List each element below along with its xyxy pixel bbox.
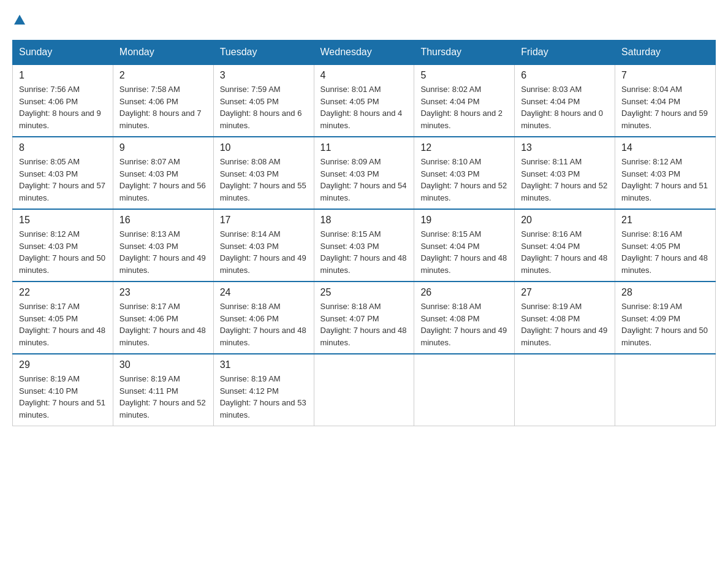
calendar-week-4: 22 Sunrise: 8:17 AM Sunset: 4:05 PM Dayl… — [13, 282, 716, 354]
calendar-cell: 10 Sunrise: 8:08 AM Sunset: 4:03 PM Dayl… — [213, 137, 314, 209]
day-info: Sunrise: 7:59 AM Sunset: 4:05 PM Dayligh… — [220, 83, 308, 131]
day-number: 14 — [621, 142, 709, 153]
day-info: Sunrise: 8:18 AM Sunset: 4:07 PM Dayligh… — [320, 301, 408, 348]
day-number: 8 — [19, 142, 107, 153]
calendar-cell: 17 Sunrise: 8:14 AM Sunset: 4:03 PM Dayl… — [213, 209, 314, 282]
day-info: Sunrise: 8:19 AM Sunset: 4:08 PM Dayligh… — [521, 301, 609, 348]
day-info: Sunrise: 8:03 AM Sunset: 4:04 PM Dayligh… — [521, 83, 609, 131]
day-info: Sunrise: 8:10 AM Sunset: 4:03 PM Dayligh… — [420, 156, 508, 204]
calendar-cell — [414, 354, 515, 426]
day-number: 25 — [320, 287, 408, 298]
calendar-week-5: 29 Sunrise: 8:19 AM Sunset: 4:10 PM Dayl… — [13, 354, 716, 426]
calendar-cell: 22 Sunrise: 8:17 AM Sunset: 4:05 PM Dayl… — [13, 282, 113, 354]
day-number: 13 — [521, 142, 609, 153]
calendar-header-sunday: Sunday — [13, 40, 113, 65]
day-info: Sunrise: 8:17 AM Sunset: 4:06 PM Dayligh… — [119, 301, 207, 348]
day-info: Sunrise: 8:04 AM Sunset: 4:04 PM Dayligh… — [621, 83, 709, 131]
calendar-week-1: 1 Sunrise: 7:56 AM Sunset: 4:06 PM Dayli… — [13, 64, 716, 137]
day-number: 3 — [220, 70, 308, 81]
calendar-cell: 5 Sunrise: 8:02 AM Sunset: 4:04 PM Dayli… — [414, 64, 515, 137]
calendar-cell: 25 Sunrise: 8:18 AM Sunset: 4:07 PM Dayl… — [314, 282, 414, 354]
day-info: Sunrise: 8:12 AM Sunset: 4:03 PM Dayligh… — [19, 228, 107, 276]
calendar-cell: 12 Sunrise: 8:10 AM Sunset: 4:03 PM Dayl… — [414, 137, 515, 209]
calendar-cell: 11 Sunrise: 8:09 AM Sunset: 4:03 PM Dayl… — [314, 137, 414, 209]
day-info: Sunrise: 8:13 AM Sunset: 4:03 PM Dayligh… — [119, 228, 207, 276]
calendar-cell: 14 Sunrise: 8:12 AM Sunset: 4:03 PM Dayl… — [615, 137, 716, 209]
day-number: 10 — [220, 142, 308, 153]
day-number: 16 — [119, 215, 207, 226]
day-number: 6 — [521, 70, 609, 81]
day-info: Sunrise: 8:01 AM Sunset: 4:05 PM Dayligh… — [320, 83, 408, 131]
day-info: Sunrise: 8:16 AM Sunset: 4:04 PM Dayligh… — [521, 228, 609, 276]
calendar-cell: 30 Sunrise: 8:19 AM Sunset: 4:11 PM Dayl… — [113, 354, 213, 426]
day-number: 28 — [621, 287, 709, 298]
day-info: Sunrise: 8:17 AM Sunset: 4:05 PM Dayligh… — [19, 301, 107, 348]
day-info: Sunrise: 8:18 AM Sunset: 4:06 PM Dayligh… — [220, 301, 308, 348]
calendar-header-monday: Monday — [113, 40, 213, 65]
calendar-cell: 6 Sunrise: 8:03 AM Sunset: 4:04 PM Dayli… — [515, 64, 615, 137]
day-info: Sunrise: 8:19 AM Sunset: 4:11 PM Dayligh… — [119, 373, 207, 421]
calendar-cell: 7 Sunrise: 8:04 AM Sunset: 4:04 PM Dayli… — [615, 64, 716, 137]
calendar-cell: 19 Sunrise: 8:15 AM Sunset: 4:04 PM Dayl… — [414, 209, 515, 282]
day-number: 19 — [420, 215, 508, 226]
svg-marker-0 — [14, 15, 25, 25]
calendar-header-saturday: Saturday — [615, 40, 716, 65]
day-number: 2 — [119, 70, 207, 81]
day-number: 18 — [320, 215, 408, 226]
day-number: 5 — [420, 70, 508, 81]
calendar-cell: 2 Sunrise: 7:58 AM Sunset: 4:06 PM Dayli… — [113, 64, 213, 137]
day-info: Sunrise: 8:12 AM Sunset: 4:03 PM Dayligh… — [621, 156, 709, 204]
calendar-cell: 26 Sunrise: 8:18 AM Sunset: 4:08 PM Dayl… — [414, 282, 515, 354]
day-info: Sunrise: 8:11 AM Sunset: 4:03 PM Dayligh… — [521, 156, 609, 204]
day-number: 12 — [420, 142, 508, 153]
calendar-week-3: 15 Sunrise: 8:12 AM Sunset: 4:03 PM Dayl… — [13, 209, 716, 282]
day-info: Sunrise: 8:07 AM Sunset: 4:03 PM Dayligh… — [119, 156, 207, 204]
day-number: 29 — [19, 359, 107, 370]
page-header — [12, 12, 716, 28]
day-info: Sunrise: 8:09 AM Sunset: 4:03 PM Dayligh… — [320, 156, 408, 204]
calendar-cell — [314, 354, 414, 426]
calendar-cell: 31 Sunrise: 8:19 AM Sunset: 4:12 PM Dayl… — [213, 354, 314, 426]
day-info: Sunrise: 8:16 AM Sunset: 4:05 PM Dayligh… — [621, 228, 709, 276]
calendar-cell — [515, 354, 615, 426]
calendar-cell: 20 Sunrise: 8:16 AM Sunset: 4:04 PM Dayl… — [515, 209, 615, 282]
day-number: 30 — [119, 359, 207, 370]
day-number: 7 — [621, 70, 709, 81]
day-number: 26 — [420, 287, 508, 298]
day-number: 1 — [19, 70, 107, 81]
calendar-cell: 24 Sunrise: 8:18 AM Sunset: 4:06 PM Dayl… — [213, 282, 314, 354]
day-number: 21 — [621, 215, 709, 226]
day-info: Sunrise: 8:18 AM Sunset: 4:08 PM Dayligh… — [420, 301, 508, 348]
day-info: Sunrise: 8:19 AM Sunset: 4:10 PM Dayligh… — [19, 373, 107, 421]
logo — [12, 12, 27, 28]
calendar-cell: 4 Sunrise: 8:01 AM Sunset: 4:05 PM Dayli… — [314, 64, 414, 137]
day-info: Sunrise: 8:15 AM Sunset: 4:03 PM Dayligh… — [320, 228, 408, 276]
day-number: 20 — [521, 215, 609, 226]
calendar-cell: 9 Sunrise: 8:07 AM Sunset: 4:03 PM Dayli… — [113, 137, 213, 209]
calendar-header-tuesday: Tuesday — [213, 40, 314, 65]
calendar-cell: 18 Sunrise: 8:15 AM Sunset: 4:03 PM Dayl… — [314, 209, 414, 282]
day-number: 24 — [220, 287, 308, 298]
day-info: Sunrise: 8:05 AM Sunset: 4:03 PM Dayligh… — [19, 156, 107, 204]
calendar-cell — [615, 354, 716, 426]
logo-flag-icon — [13, 12, 26, 31]
calendar-cell: 3 Sunrise: 7:59 AM Sunset: 4:05 PM Dayli… — [213, 64, 314, 137]
day-info: Sunrise: 8:08 AM Sunset: 4:03 PM Dayligh… — [220, 156, 308, 204]
day-info: Sunrise: 8:14 AM Sunset: 4:03 PM Dayligh… — [220, 228, 308, 276]
day-number: 9 — [119, 142, 207, 153]
calendar-cell: 28 Sunrise: 8:19 AM Sunset: 4:09 PM Dayl… — [615, 282, 716, 354]
day-info: Sunrise: 8:02 AM Sunset: 4:04 PM Dayligh… — [420, 83, 508, 131]
logo-text — [12, 12, 27, 31]
day-info: Sunrise: 8:15 AM Sunset: 4:04 PM Dayligh… — [420, 228, 508, 276]
calendar-cell: 15 Sunrise: 8:12 AM Sunset: 4:03 PM Dayl… — [13, 209, 113, 282]
calendar-cell: 8 Sunrise: 8:05 AM Sunset: 4:03 PM Dayli… — [13, 137, 113, 209]
day-number: 4 — [320, 70, 408, 81]
calendar-cell: 21 Sunrise: 8:16 AM Sunset: 4:05 PM Dayl… — [615, 209, 716, 282]
calendar-cell: 1 Sunrise: 7:56 AM Sunset: 4:06 PM Dayli… — [13, 64, 113, 137]
day-info: Sunrise: 7:58 AM Sunset: 4:06 PM Dayligh… — [119, 83, 207, 131]
day-info: Sunrise: 8:19 AM Sunset: 4:12 PM Dayligh… — [220, 373, 308, 421]
calendar-header-wednesday: Wednesday — [314, 40, 414, 65]
day-number: 15 — [19, 215, 107, 226]
day-number: 31 — [220, 359, 308, 370]
calendar-header-friday: Friday — [515, 40, 615, 65]
